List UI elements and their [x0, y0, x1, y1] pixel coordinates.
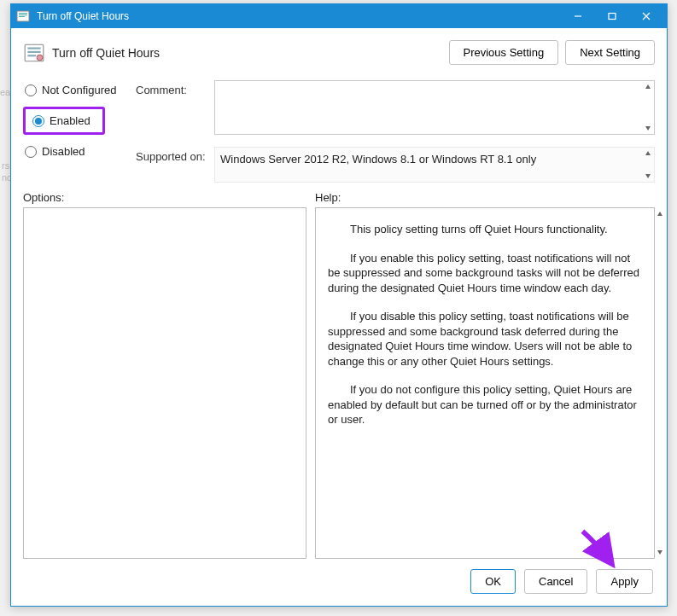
svg-rect-2	[19, 15, 27, 15]
comment-label: Comment:	[136, 80, 213, 96]
radio-label: Not Configured	[42, 84, 116, 96]
help-label: Help:	[315, 191, 341, 204]
ok-button[interactable]: OK	[470, 569, 516, 594]
cancel-button[interactable]: Cancel	[524, 569, 587, 594]
help-paragraph: If you disable this policy setting, toas…	[328, 309, 642, 369]
svg-rect-3	[19, 16, 25, 17]
help-panel: This policy setting turns off Quiet Hour…	[315, 207, 655, 559]
svg-point-12	[37, 55, 43, 60]
policy-editor-window: Turn off Quiet Hours Turn off Quiet Hour…	[10, 3, 668, 607]
scroll-down-icon[interactable]	[642, 122, 654, 134]
svg-marker-13	[645, 84, 651, 89]
comment-textarea[interactable]	[214, 80, 655, 135]
options-label: Options:	[23, 191, 315, 204]
radio-label: Disabled	[42, 145, 85, 158]
scroll-up-icon[interactable]	[654, 208, 666, 220]
help-paragraph: If you do not configure this policy sett…	[328, 382, 642, 427]
radio-icon	[25, 84, 37, 96]
svg-rect-1	[19, 13, 27, 14]
scroll-down-icon[interactable]	[642, 170, 654, 182]
supported-on-box: Windows Server 2012 R2, Windows 8.1 or W…	[214, 147, 655, 183]
svg-rect-9	[27, 47, 40, 49]
radio-not-configured[interactable]: Not Configured	[23, 82, 134, 98]
window-title: Turn off Quiet Hours	[37, 10, 561, 22]
maximize-button[interactable]	[595, 4, 629, 28]
scroll-down-icon[interactable]	[654, 546, 666, 558]
svg-marker-14	[645, 126, 651, 131]
options-panel	[23, 207, 306, 559]
svg-marker-18	[657, 550, 662, 555]
supported-on-label: Supported on:	[136, 147, 213, 163]
svg-rect-11	[27, 55, 36, 56]
apply-button[interactable]: Apply	[596, 569, 653, 594]
supported-on-value: Windows Server 2012 R2, Windows 8.1 or W…	[220, 153, 536, 166]
scroll-up-icon[interactable]	[642, 148, 654, 160]
radio-disabled[interactable]: Disabled	[23, 143, 134, 160]
background-text: rs	[2, 160, 9, 171]
policy-name: Turn off Quiet Hours	[52, 46, 449, 60]
background-text: ea	[0, 87, 10, 97]
radio-icon	[32, 115, 44, 127]
radio-label: Enabled	[50, 114, 90, 127]
minimize-button[interactable]	[561, 4, 595, 28]
svg-rect-5	[609, 14, 616, 20]
next-setting-button[interactable]: Next Setting	[565, 40, 655, 65]
titlebar[interactable]: Turn off Quiet Hours	[11, 4, 667, 28]
radio-enabled[interactable]: Enabled	[23, 107, 105, 135]
svg-marker-16	[645, 174, 651, 178]
help-paragraph: If you enable this policy setting, toast…	[328, 251, 642, 296]
policy-window-icon	[16, 9, 30, 23]
svg-marker-17	[657, 212, 662, 216]
svg-rect-10	[27, 50, 40, 52]
help-paragraph: This policy setting turns off Quiet Hour…	[328, 222, 642, 237]
radio-icon	[25, 146, 37, 158]
scroll-up-icon[interactable]	[642, 81, 654, 93]
svg-marker-15	[645, 151, 651, 155]
previous-setting-button[interactable]: Previous Setting	[449, 40, 559, 65]
policy-icon	[23, 42, 45, 64]
close-button[interactable]	[629, 4, 663, 28]
